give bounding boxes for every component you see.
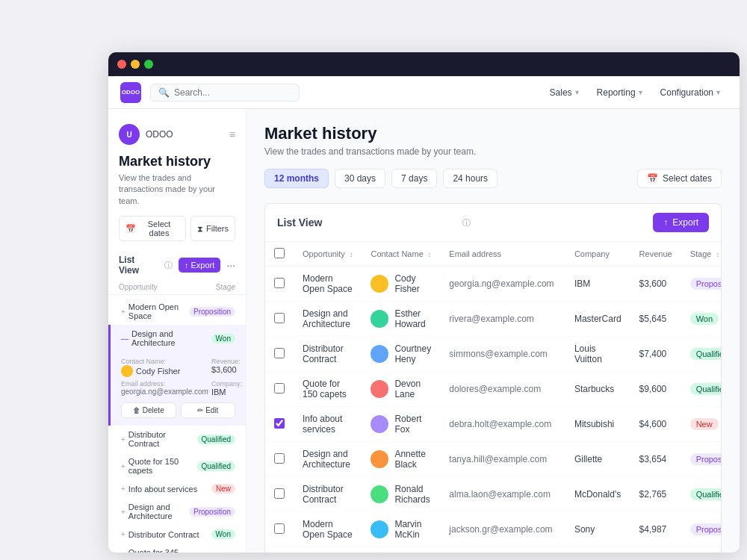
sidebar-col-headers: Opportunity Stage bbox=[108, 280, 246, 295]
email-cell: simmons@example.com bbox=[440, 337, 565, 372]
info-icon: ⓘ bbox=[462, 217, 471, 228]
list-view-label: List View bbox=[119, 255, 155, 276]
filter-7days[interactable]: 7 days bbox=[391, 169, 437, 188]
row-checkbox[interactable] bbox=[274, 383, 285, 393]
revenue-cell: $3,600 bbox=[630, 267, 681, 302]
avatar bbox=[371, 415, 388, 433]
nav-item-reporting[interactable]: Reporting ▾ bbox=[589, 84, 650, 101]
calendar-icon: 📅 bbox=[647, 173, 658, 184]
email-cell: dolores@example.com bbox=[440, 372, 565, 407]
sidebar-row-detail: Contact Name: Cody Fisher Revenue: $3,60… bbox=[108, 352, 246, 426]
row-checkbox[interactable] bbox=[274, 418, 285, 429]
calendar-icon: 📅 bbox=[125, 224, 136, 234]
close-dot[interactable] bbox=[117, 60, 126, 69]
stage-cell: Proposition bbox=[681, 442, 722, 477]
row-checkbox[interactable] bbox=[274, 278, 285, 288]
delete-button[interactable]: 🗑 Delete bbox=[121, 402, 176, 418]
email-cell: alma.laon@example.com bbox=[440, 477, 565, 512]
table-row: Design and Architecture Esther Howard ri… bbox=[265, 302, 722, 337]
stage-badge: Qualified bbox=[197, 435, 235, 444]
filter-24hours[interactable]: 24 hours bbox=[443, 169, 498, 188]
row-checkbox[interactable] bbox=[274, 313, 285, 323]
stage-cell: Qualified bbox=[681, 372, 722, 407]
sidebar: U ODOO ≡ Market history View the trades … bbox=[108, 109, 247, 553]
filter-12months[interactable]: 12 months bbox=[264, 169, 329, 188]
contact-cell: Marvin McKin bbox=[362, 512, 440, 547]
col-email: Email address bbox=[440, 242, 565, 267]
table-row: Distributor Contract Ronald Richards alm… bbox=[265, 477, 722, 512]
search-bar[interactable]: 🔍 bbox=[150, 84, 300, 102]
plus-icon: + bbox=[121, 485, 125, 493]
table-row: Modern Open Space Marvin McKin jackson.g… bbox=[265, 512, 722, 547]
page-subtitle: View the trades and transactions made by… bbox=[264, 146, 722, 157]
top-nav: ODOO 🔍 Sales ▾ Reporting ▾ Configuration… bbox=[108, 76, 740, 109]
sort-icon: ↕ bbox=[716, 251, 719, 258]
search-icon: 🔍 bbox=[158, 87, 170, 98]
company-cell: Louis Vuitton bbox=[565, 337, 630, 372]
sidebar-item[interactable]: + Info about services New bbox=[108, 479, 246, 498]
col-company: Company bbox=[565, 242, 630, 267]
search-input[interactable] bbox=[174, 87, 291, 98]
company-cell: MasterCard bbox=[565, 302, 630, 337]
revenue-cell: $7,400 bbox=[630, 337, 681, 372]
sidebar-item[interactable]: + Distributor Contract Won bbox=[108, 525, 246, 544]
sidebar-item[interactable]: + Design and Architecture Proposition bbox=[108, 498, 246, 525]
sidebar-item[interactable]: + Modern Open Space Proposition bbox=[108, 298, 246, 325]
export-button[interactable]: ↑ Export bbox=[653, 213, 709, 232]
avatar: U bbox=[119, 124, 140, 145]
sidebar-item[interactable]: + Quote for 150 capets Qualified bbox=[108, 452, 246, 479]
data-table: Opportunity ↕ Contact Name ↕ Email addre… bbox=[265, 242, 722, 553]
col-stage[interactable]: Stage ↕ bbox=[681, 242, 722, 267]
table-row: Design and Architecture Annette Black ta… bbox=[265, 442, 722, 477]
table-row: Quote for 150 capets Dianne Russell kenz… bbox=[265, 547, 722, 553]
stage-badge: Won bbox=[211, 334, 235, 343]
revenue-cell: $4,987 bbox=[630, 512, 681, 547]
col-opportunity[interactable]: Opportunity ↕ bbox=[294, 242, 362, 267]
avatar bbox=[371, 450, 388, 468]
hamburger-icon[interactable]: ≡ bbox=[229, 128, 235, 140]
select-all-checkbox[interactable] bbox=[274, 248, 285, 258]
opportunity-cell: Quote for 150 capets bbox=[294, 547, 362, 553]
contact-cell: Dianne Russell bbox=[362, 547, 440, 553]
sidebar-item[interactable]: + Distributor Contract Qualified bbox=[108, 426, 246, 452]
stage-cell: Proposition bbox=[681, 267, 722, 302]
contact-cell: Courtney Heny bbox=[362, 337, 440, 372]
table-card: List View ⓘ ↑ Export Opportunity bbox=[264, 203, 722, 553]
stage-badge: New bbox=[211, 484, 235, 494]
edit-button[interactable]: ✏ Edit bbox=[181, 402, 236, 418]
sidebar-item-active[interactable]: — Design and Architecture Won bbox=[108, 325, 246, 352]
row-checkbox[interactable] bbox=[274, 348, 285, 358]
email-cell: kenzi.lason@example.com bbox=[440, 547, 565, 553]
col-contact[interactable]: Contact Name ↕ bbox=[362, 242, 440, 267]
table-row: Modern Open Space Cody Fisher georgia.ng… bbox=[265, 267, 722, 302]
logo-initials: ODOO bbox=[122, 89, 140, 96]
maximize-dot[interactable] bbox=[144, 60, 153, 69]
sidebar-item[interactable]: + Quote for 345 capets Qualified bbox=[108, 544, 246, 553]
stage-badge: Proposition bbox=[189, 307, 235, 317]
avatar bbox=[371, 380, 388, 398]
filter-30days[interactable]: 30 days bbox=[335, 169, 385, 188]
minimize-dot[interactable] bbox=[131, 60, 140, 69]
row-checkbox[interactable] bbox=[274, 453, 285, 464]
revenue-cell: $4,600 bbox=[630, 407, 681, 442]
company-cell: Sony bbox=[565, 512, 630, 547]
more-button[interactable]: ··· bbox=[226, 259, 235, 271]
col-revenue: Revenue bbox=[630, 242, 681, 267]
nav-item-sales[interactable]: Sales ▾ bbox=[542, 84, 586, 101]
sidebar-list-header: List View ⓘ ↑ Export ··· bbox=[108, 250, 246, 280]
email-cell: tanya.hill@example.com bbox=[440, 442, 565, 477]
opportunity-cell: Distributor Contract bbox=[294, 477, 362, 512]
select-dates-button[interactable]: 📅 Select dates bbox=[119, 216, 186, 241]
sidebar-export-button[interactable]: ↑ Export bbox=[179, 258, 220, 273]
filter-icon: ⧗ bbox=[197, 224, 203, 234]
nav-item-configuration[interactable]: Configuration ▾ bbox=[653, 84, 728, 101]
table-row: Info about services Robert Fox debra.hol… bbox=[265, 407, 722, 442]
row-checkbox[interactable] bbox=[274, 523, 285, 534]
select-dates-button-main[interactable]: 📅 Select dates bbox=[637, 169, 722, 188]
chevron-down-icon: ▾ bbox=[575, 88, 579, 96]
revenue-cell: $9,600 bbox=[630, 372, 681, 407]
company-cell: Gillette bbox=[565, 442, 630, 477]
row-checkbox[interactable] bbox=[274, 488, 285, 499]
avatar bbox=[371, 345, 388, 363]
filters-button[interactable]: ⧗ Filters bbox=[190, 216, 235, 241]
